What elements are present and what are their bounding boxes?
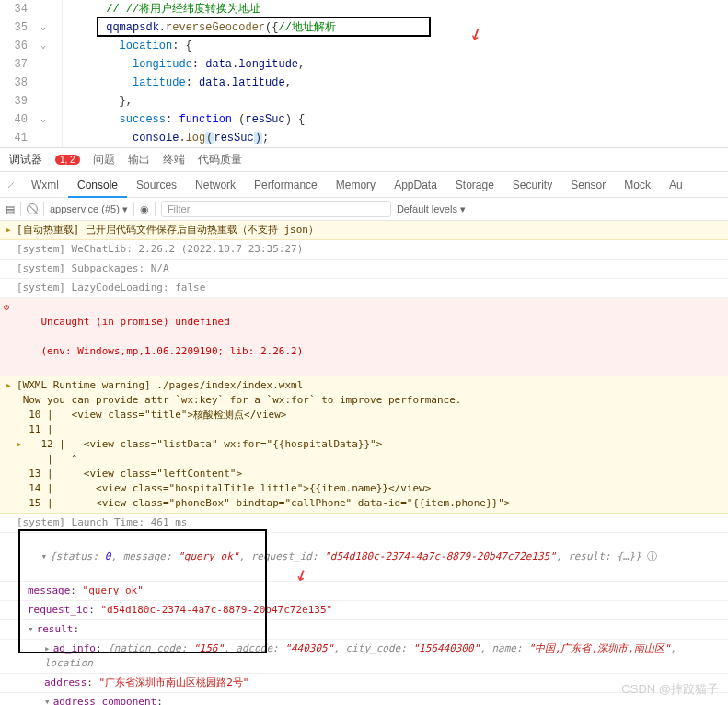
line-number: 38 <box>0 74 35 92</box>
inspect-icon[interactable]: ⟋ <box>6 179 22 191</box>
tab-network[interactable]: Network <box>186 172 245 198</box>
tab-mock[interactable]: Mock <box>615 172 660 198</box>
bottom-panel-bar: 调试器 1, 2 问题 输出 终端 代码质量 <box>0 147 728 172</box>
expand-toggle[interactable] <box>44 696 51 705</box>
error-count-badge[interactable]: 1, 2 <box>55 155 80 165</box>
clear-console-icon[interactable] <box>27 203 38 214</box>
info-icon[interactable]: ⓘ <box>647 550 657 562</box>
expand-toggle[interactable]: ▸ <box>17 438 29 450</box>
tab-storage[interactable]: Storage <box>446 172 503 198</box>
console-message: [system] LazyCodeLoading: false <box>0 279 728 298</box>
watermark: CSDN @摔跤猫子 <box>621 681 719 698</box>
sidebar-toggle-icon[interactable]: ▤ <box>6 203 15 215</box>
line-number: 40 <box>0 110 35 129</box>
tab-performance[interactable]: Performance <box>245 172 327 198</box>
line-number: 37 <box>0 55 35 74</box>
panel-tab-code-quality[interactable]: 代码质量 <box>198 152 242 168</box>
code-editor: ↙ 34 // //将用户经纬度转换为地址 35 qqmapsdk.revers… <box>0 0 728 147</box>
tab-security[interactable]: Security <box>503 172 561 198</box>
tab-memory[interactable]: Memory <box>327 172 385 198</box>
console-message: [system] WeChatLib: 2.26.2 (2022.10.7 23… <box>0 240 728 260</box>
console-warning[interactable]: [WXML Runtime warning] ./pages/index/ind… <box>0 376 728 514</box>
tab-sources[interactable]: Sources <box>127 172 186 198</box>
object-property[interactable]: address: "广东省深圳市南山区桃园路2号" <box>0 674 728 693</box>
tab-wxml[interactable]: Wxml <box>22 172 68 198</box>
panel-tab-output[interactable]: 输出 <box>128 152 150 168</box>
tab-appdata[interactable]: AppData <box>385 172 446 198</box>
devtools-tab-bar: ⟋ Wxml Console Sources Network Performan… <box>0 172 728 198</box>
line-number: 35 <box>0 18 35 37</box>
panel-title: 调试器 <box>9 152 42 168</box>
tab-audits[interactable]: Au <box>660 172 692 198</box>
line-number: 34 <box>0 0 35 18</box>
line-number: 41 <box>0 129 35 147</box>
line-number: 39 <box>0 92 35 110</box>
console-toolbar: ▤ appservice (#5) ▾ ◉ Filter Default lev… <box>0 198 728 221</box>
console-message: [system] Subpackages: N/A <box>0 260 728 279</box>
panel-tab-terminal[interactable]: 终端 <box>163 152 185 168</box>
highlight-annotation-1 <box>97 17 431 37</box>
object-property[interactable]: address_component: <box>0 693 728 705</box>
eye-icon[interactable]: ◉ <box>140 203 149 215</box>
tab-console[interactable]: Console <box>68 172 127 198</box>
filter-input[interactable]: Filter <box>161 201 391 217</box>
panel-tab-problems[interactable]: 问题 <box>93 152 115 168</box>
console-message: [自动热重载] 已开启代码文件保存后自动热重载（不支持 json） <box>0 221 728 240</box>
highlight-annotation-2 <box>18 529 267 653</box>
console-error[interactable]: Uncaught (in promise) undefined (env: Wi… <box>0 298 728 376</box>
tab-sensor[interactable]: Sensor <box>561 172 615 198</box>
context-selector[interactable]: appservice (#5) ▾ <box>50 203 128 215</box>
line-number: 36 <box>0 37 35 55</box>
levels-selector[interactable]: Default levels ▾ <box>397 203 466 215</box>
console-output: [自动热重载] 已开启代码文件保存后自动热重载（不支持 json） [syste… <box>0 221 728 705</box>
